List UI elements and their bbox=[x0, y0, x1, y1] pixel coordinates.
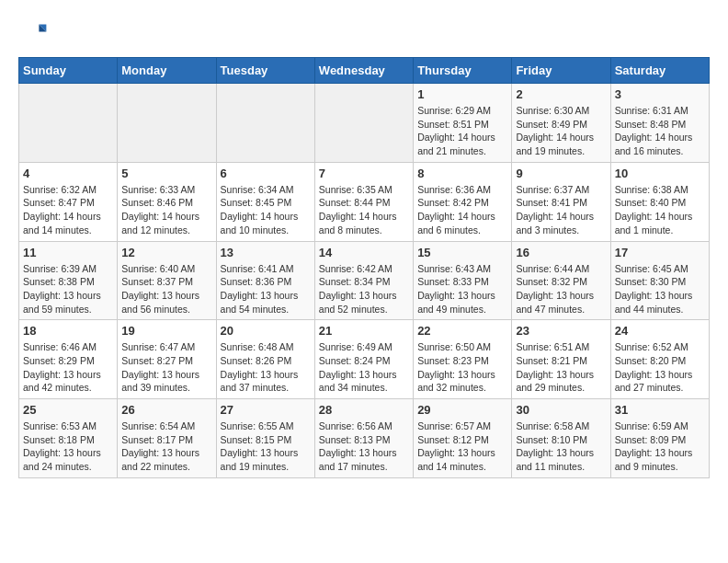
day-info: Sunrise: 6:58 AM Sunset: 8:10 PM Dayligh… bbox=[516, 419, 606, 474]
day-info: Sunrise: 6:45 AM Sunset: 8:30 PM Dayligh… bbox=[615, 262, 705, 316]
day-info: Sunrise: 6:30 AM Sunset: 8:49 PM Dayligh… bbox=[516, 104, 606, 158]
day-number: 30 bbox=[516, 403, 606, 417]
calendar-day-cell: 20Sunrise: 6:48 AM Sunset: 8:26 PM Dayli… bbox=[216, 320, 314, 399]
day-info: Sunrise: 6:52 AM Sunset: 8:20 PM Dayligh… bbox=[615, 340, 705, 395]
calendar-table: SundayMondayTuesdayWednesdayThursdayFrid… bbox=[18, 57, 710, 478]
day-number: 8 bbox=[417, 167, 507, 180]
day-number: 31 bbox=[615, 403, 705, 417]
logo bbox=[18, 18, 51, 48]
calendar-day-cell: 31Sunrise: 6:59 AM Sunset: 8:09 PM Dayli… bbox=[610, 399, 709, 478]
day-number: 23 bbox=[516, 324, 606, 338]
day-info: Sunrise: 6:35 AM Sunset: 8:44 PM Dayligh… bbox=[319, 183, 409, 237]
calendar-day-cell: 17Sunrise: 6:45 AM Sunset: 8:30 PM Dayli… bbox=[610, 241, 709, 320]
calendar-week-row: 25Sunrise: 6:53 AM Sunset: 8:18 PM Dayli… bbox=[19, 399, 710, 478]
calendar-day-cell: 25Sunrise: 6:53 AM Sunset: 8:18 PM Dayli… bbox=[19, 399, 118, 478]
day-info: Sunrise: 6:31 AM Sunset: 8:48 PM Dayligh… bbox=[615, 104, 705, 158]
calendar-day-cell: 4Sunrise: 6:32 AM Sunset: 8:47 PM Daylig… bbox=[19, 162, 118, 241]
day-number: 26 bbox=[121, 403, 211, 417]
day-info: Sunrise: 6:54 AM Sunset: 8:17 PM Dayligh… bbox=[121, 419, 211, 474]
day-info: Sunrise: 6:48 AM Sunset: 8:26 PM Dayligh… bbox=[221, 340, 311, 395]
calendar-day-cell: 19Sunrise: 6:47 AM Sunset: 8:27 PM Dayli… bbox=[118, 320, 216, 399]
calendar-day-cell: 8Sunrise: 6:36 AM Sunset: 8:42 PM Daylig… bbox=[414, 162, 512, 241]
day-number: 21 bbox=[319, 324, 409, 338]
calendar-day-cell: 5Sunrise: 6:33 AM Sunset: 8:46 PM Daylig… bbox=[118, 162, 216, 241]
day-number: 15 bbox=[417, 246, 507, 259]
calendar-day-cell: 3Sunrise: 6:31 AM Sunset: 8:48 PM Daylig… bbox=[610, 84, 709, 163]
day-number: 29 bbox=[417, 403, 507, 417]
calendar-day-cell: 11Sunrise: 6:39 AM Sunset: 8:38 PM Dayli… bbox=[19, 241, 118, 320]
day-number: 28 bbox=[319, 403, 409, 417]
day-info: Sunrise: 6:38 AM Sunset: 8:40 PM Dayligh… bbox=[615, 183, 705, 237]
day-number: 6 bbox=[221, 167, 311, 180]
calendar-day-cell: 10Sunrise: 6:38 AM Sunset: 8:40 PM Dayli… bbox=[610, 162, 709, 241]
calendar-day-cell: 21Sunrise: 6:49 AM Sunset: 8:24 PM Dayli… bbox=[314, 320, 413, 399]
day-info: Sunrise: 6:57 AM Sunset: 8:12 PM Dayligh… bbox=[417, 419, 507, 474]
day-number: 12 bbox=[121, 246, 211, 259]
day-info: Sunrise: 6:47 AM Sunset: 8:27 PM Dayligh… bbox=[121, 340, 211, 395]
calendar-week-row: 4Sunrise: 6:32 AM Sunset: 8:47 PM Daylig… bbox=[19, 162, 710, 241]
calendar-day-cell bbox=[314, 84, 413, 163]
day-number: 14 bbox=[319, 246, 409, 259]
day-info: Sunrise: 6:39 AM Sunset: 8:38 PM Dayligh… bbox=[23, 262, 113, 316]
day-of-week-header: Sunday bbox=[19, 58, 118, 84]
calendar-week-row: 11Sunrise: 6:39 AM Sunset: 8:38 PM Dayli… bbox=[19, 241, 710, 320]
day-info: Sunrise: 6:51 AM Sunset: 8:21 PM Dayligh… bbox=[516, 340, 606, 395]
day-number: 16 bbox=[516, 246, 606, 259]
day-number: 10 bbox=[615, 167, 705, 180]
day-of-week-header: Saturday bbox=[610, 58, 709, 84]
calendar-day-cell: 23Sunrise: 6:51 AM Sunset: 8:21 PM Dayli… bbox=[512, 320, 610, 399]
day-of-week-header: Monday bbox=[118, 58, 216, 84]
day-info: Sunrise: 6:50 AM Sunset: 8:23 PM Dayligh… bbox=[417, 340, 507, 395]
day-info: Sunrise: 6:53 AM Sunset: 8:18 PM Dayligh… bbox=[23, 419, 113, 474]
day-info: Sunrise: 6:44 AM Sunset: 8:32 PM Dayligh… bbox=[516, 262, 606, 316]
day-of-week-header: Thursday bbox=[414, 58, 512, 84]
day-info: Sunrise: 6:33 AM Sunset: 8:46 PM Dayligh… bbox=[121, 183, 211, 237]
day-info: Sunrise: 6:43 AM Sunset: 8:33 PM Dayligh… bbox=[417, 262, 507, 316]
page-header bbox=[18, 18, 710, 48]
calendar-week-row: 18Sunrise: 6:46 AM Sunset: 8:29 PM Dayli… bbox=[19, 320, 710, 399]
day-number: 27 bbox=[221, 403, 311, 417]
day-number: 3 bbox=[615, 87, 705, 101]
logo-icon bbox=[18, 18, 48, 48]
day-of-week-header: Tuesday bbox=[216, 58, 314, 84]
calendar-day-cell: 12Sunrise: 6:40 AM Sunset: 8:37 PM Dayli… bbox=[118, 241, 216, 320]
calendar-day-cell bbox=[19, 84, 118, 163]
calendar-day-cell: 15Sunrise: 6:43 AM Sunset: 8:33 PM Dayli… bbox=[414, 241, 512, 320]
day-info: Sunrise: 6:42 AM Sunset: 8:34 PM Dayligh… bbox=[319, 262, 409, 316]
day-info: Sunrise: 6:56 AM Sunset: 8:13 PM Dayligh… bbox=[319, 419, 409, 474]
day-info: Sunrise: 6:37 AM Sunset: 8:41 PM Dayligh… bbox=[516, 183, 606, 237]
day-info: Sunrise: 6:41 AM Sunset: 8:36 PM Dayligh… bbox=[221, 262, 311, 316]
day-number: 2 bbox=[516, 87, 606, 101]
day-number: 19 bbox=[121, 324, 211, 338]
day-info: Sunrise: 6:55 AM Sunset: 8:15 PM Dayligh… bbox=[221, 419, 311, 474]
day-number: 22 bbox=[417, 324, 507, 338]
calendar-day-cell: 6Sunrise: 6:34 AM Sunset: 8:45 PM Daylig… bbox=[216, 162, 314, 241]
calendar-day-cell: 14Sunrise: 6:42 AM Sunset: 8:34 PM Dayli… bbox=[314, 241, 413, 320]
calendar-day-cell: 26Sunrise: 6:54 AM Sunset: 8:17 PM Dayli… bbox=[118, 399, 216, 478]
calendar-day-cell bbox=[216, 84, 314, 163]
day-of-week-header: Friday bbox=[512, 58, 610, 84]
calendar-day-cell: 28Sunrise: 6:56 AM Sunset: 8:13 PM Dayli… bbox=[314, 399, 413, 478]
calendar-header-row: SundayMondayTuesdayWednesdayThursdayFrid… bbox=[19, 58, 710, 84]
day-info: Sunrise: 6:49 AM Sunset: 8:24 PM Dayligh… bbox=[319, 340, 409, 395]
day-number: 25 bbox=[23, 403, 113, 417]
calendar-day-cell: 7Sunrise: 6:35 AM Sunset: 8:44 PM Daylig… bbox=[314, 162, 413, 241]
calendar-day-cell: 18Sunrise: 6:46 AM Sunset: 8:29 PM Dayli… bbox=[19, 320, 118, 399]
day-info: Sunrise: 6:40 AM Sunset: 8:37 PM Dayligh… bbox=[121, 262, 211, 316]
calendar-day-cell bbox=[118, 84, 216, 163]
calendar-day-cell: 29Sunrise: 6:57 AM Sunset: 8:12 PM Dayli… bbox=[414, 399, 512, 478]
day-number: 7 bbox=[319, 167, 409, 180]
calendar-day-cell: 16Sunrise: 6:44 AM Sunset: 8:32 PM Dayli… bbox=[512, 241, 610, 320]
day-number: 13 bbox=[221, 246, 311, 259]
calendar-day-cell: 1Sunrise: 6:29 AM Sunset: 8:51 PM Daylig… bbox=[414, 84, 512, 163]
day-info: Sunrise: 6:29 AM Sunset: 8:51 PM Dayligh… bbox=[417, 104, 507, 158]
day-info: Sunrise: 6:46 AM Sunset: 8:29 PM Dayligh… bbox=[23, 340, 113, 395]
day-number: 1 bbox=[417, 87, 507, 101]
calendar-day-cell: 2Sunrise: 6:30 AM Sunset: 8:49 PM Daylig… bbox=[512, 84, 610, 163]
day-number: 24 bbox=[615, 324, 705, 338]
day-number: 5 bbox=[121, 167, 211, 180]
calendar-day-cell: 27Sunrise: 6:55 AM Sunset: 8:15 PM Dayli… bbox=[216, 399, 314, 478]
calendar-day-cell: 22Sunrise: 6:50 AM Sunset: 8:23 PM Dayli… bbox=[414, 320, 512, 399]
calendar-week-row: 1Sunrise: 6:29 AM Sunset: 8:51 PM Daylig… bbox=[19, 84, 710, 163]
day-number: 11 bbox=[23, 246, 113, 259]
